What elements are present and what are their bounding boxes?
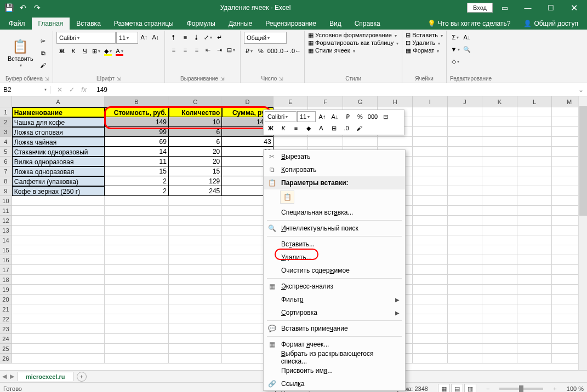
cell[interactable] [169,324,222,334]
row-header[interactable]: 22 [0,314,12,324]
thousands-icon[interactable]: 000 [267,45,278,56]
cell[interactable] [413,275,448,285]
cell[interactable] [413,137,448,147]
cell[interactable] [169,344,222,354]
cell[interactable] [413,334,448,344]
cell[interactable]: Чашка для кофе [12,117,105,127]
cell[interactable]: 11 [105,157,169,166]
row-header[interactable]: 3 [0,127,12,137]
cell[interactable] [448,196,483,206]
menu-copy[interactable]: ⧉Копировать [264,163,405,176]
font-size-select[interactable]: 11▾ [116,32,138,44]
cell[interactable]: 6 [169,137,222,147]
increase-decimals-icon[interactable]: .0→ [278,45,289,56]
cell[interactable] [482,186,517,196]
cell[interactable]: Наименование [12,107,105,117]
cell[interactable] [413,127,448,137]
cell[interactable] [517,196,552,206]
row-header[interactable]: 6 [0,157,12,166]
cell[interactable] [105,196,169,206]
cell[interactable] [448,117,483,127]
cell[interactable]: 14 [105,147,169,157]
cell[interactable] [413,157,448,166]
cell[interactable] [169,304,222,314]
row-header[interactable]: 13 [0,226,12,235]
column-header[interactable]: D [222,96,273,107]
cell[interactable] [448,147,483,157]
cell[interactable] [169,226,222,235]
cell[interactable] [413,265,448,275]
cell[interactable] [413,166,448,176]
cell[interactable]: Стоимость, руб. [105,107,169,117]
column-header[interactable]: K [482,96,517,107]
tab-file[interactable]: Файл [2,18,32,30]
row-header[interactable]: 8 [0,176,12,186]
cell[interactable] [413,226,448,235]
clipboard-launcher-icon[interactable]: ⇲ [45,76,49,82]
column-header[interactable]: C [169,96,222,107]
menu-pick-dropdown[interactable]: Выбрать из раскрывающегося списка... [264,351,405,364]
mini-currency-icon[interactable]: ₽ [341,111,354,122]
fx-icon[interactable]: fx [79,86,89,94]
cell[interactable] [482,334,517,344]
cell[interactable] [517,137,552,147]
cell[interactable] [448,186,483,196]
cell[interactable] [448,137,483,147]
cell[interactable] [448,157,483,166]
menu-delete[interactable]: Удалить... [264,251,405,264]
cell[interactable] [413,206,448,216]
menu-comment[interactable]: 💬Вставить примечание [264,322,405,335]
sheet-nav-prev-icon[interactable]: ◀ [2,373,7,380]
menu-format-cells[interactable]: ▦Формат ячеек... [264,338,405,351]
cell[interactable] [482,226,517,235]
cell[interactable] [105,206,169,216]
cell[interactable] [12,206,105,216]
row-header[interactable]: 12 [0,216,12,226]
cell[interactable] [517,206,552,216]
cell[interactable] [12,285,105,295]
cell[interactable]: 6 [169,127,222,137]
cell[interactable] [482,147,517,157]
menu-smart-lookup[interactable]: 🔍Интеллектуальный поиск [264,222,405,235]
align-top-icon[interactable]: ⭱ [168,32,179,43]
cell[interactable] [105,265,169,275]
cell[interactable] [413,196,448,206]
cell[interactable] [482,157,517,166]
column-header[interactable]: E [273,96,309,107]
font-launcher-icon[interactable]: ⇲ [117,76,121,82]
bold-button[interactable]: Ж [56,45,67,56]
zoom-slider[interactable] [499,388,543,390]
row-header[interactable]: 18 [0,275,12,285]
autosum-icon[interactable]: Σ▾ [450,32,461,43]
cell[interactable] [169,275,222,285]
cell[interactable] [413,324,448,334]
cell[interactable] [482,137,517,147]
cell[interactable] [482,275,517,285]
cell[interactable] [169,295,222,304]
align-bottom-icon[interactable]: ⭳ [191,32,202,43]
column-header[interactable]: G [343,96,378,107]
cell[interactable]: 99 [105,127,169,137]
clear-icon[interactable]: ◇▾ [450,56,461,67]
paste-option-default[interactable]: 📋 [280,191,294,204]
cell[interactable] [169,255,222,265]
cell[interactable] [517,245,552,255]
select-all-corner[interactable] [0,96,12,107]
cancel-formula-icon[interactable]: ✕ [55,86,65,94]
mini-format-painter-icon[interactable]: 🖌 [353,123,365,134]
tab-home[interactable]: Главная [32,18,70,30]
tab-help[interactable]: Справка [348,18,387,30]
row-header[interactable]: 23 [0,324,12,334]
cell[interactable] [482,176,517,186]
cell[interactable] [517,334,552,344]
login-button[interactable]: Вход [467,3,493,13]
cell[interactable]: Вилка одноразовая [12,157,105,166]
cell[interactable] [169,206,222,216]
cell[interactable] [482,235,517,245]
cell[interactable] [169,285,222,295]
undo-icon[interactable]: ↶ [16,1,30,14]
cell[interactable] [448,334,483,344]
zoom-in-icon[interactable]: + [553,385,556,392]
cell[interactable] [517,216,552,226]
cell[interactable] [413,147,448,157]
